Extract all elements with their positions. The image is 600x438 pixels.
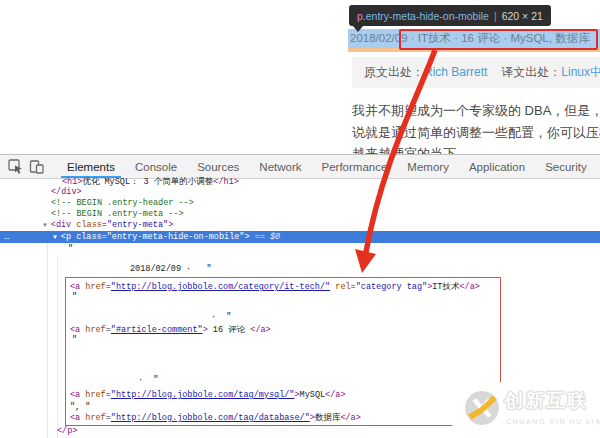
syntax-value: "entry-meta-hide-on-mobile" <box>107 232 245 242</box>
screenshot-root: 2018/02/09 · IT技术 · 16 评论 · MySQL, 数据库 p… <box>0 0 600 438</box>
tree-row-content: <!-- BEGIN .entry-meta --> <box>51 209 184 220</box>
tree-row-content: </p> <box>57 426 77 437</box>
tree-row[interactable]: </div> <box>0 187 600 198</box>
tooltip-pointer <box>353 26 363 32</box>
tree-row[interactable]: <!-- BEGIN .entry-meta --> <box>0 209 600 220</box>
syntax-tag: </h1> <box>213 177 239 187</box>
tree-row-content: 2018/02/09 · " <box>130 264 212 275</box>
syntax-tag: > <box>168 220 173 230</box>
syntax-value: "entry-meta" <box>107 220 168 230</box>
tree-row-content: " <box>68 244 73 255</box>
twisty-icon[interactable]: ▼ <box>53 234 61 241</box>
syntax-attr: class <box>76 232 102 242</box>
syntax-text: " <box>68 244 73 254</box>
annotation-box-code <box>65 277 501 426</box>
syntax-tag: <div <box>51 220 71 230</box>
syntax-comment: <!-- BEGIN .entry-meta --> <box>51 209 184 219</box>
tree-row[interactable]: ▼ <div class="entry-meta"> <box>0 220 600 231</box>
syntax-tag: > <box>244 232 249 242</box>
syntax-text: 2018/02/09 · " <box>130 264 212 274</box>
syntax-tag: </p> <box>57 426 77 436</box>
syntax-comment: <!-- BEGIN .entry-header --> <box>51 198 194 208</box>
selected-node-hint: == $0 <box>250 232 281 242</box>
tree-row-content: ▼ <p class="entry-meta-hide-on-mobile"> … <box>53 231 280 244</box>
inspect-tooltip: p.entry-meta-hide-on-mobile | 620 × 21 <box>349 5 551 26</box>
annotation-box-meta <box>399 29 598 50</box>
syntax-tag: </div> <box>51 187 82 197</box>
twisty-icon[interactable]: ▼ <box>43 222 51 229</box>
elements-tree: <h1>优化 MySQL： 3 个简单的小调整</h1></div><!-- B… <box>0 0 600 438</box>
tree-row-content: ▼ <div class="entry-meta"> <box>43 220 173 231</box>
tree-row[interactable]: <!-- BEGIN .entry-header --> <box>0 198 600 209</box>
tooltip-dimensions: 620 × 21 <box>502 10 543 22</box>
watermark: 创新互联 CHUANG XIN HU LIAN <box>452 382 600 438</box>
selected-tree-row[interactable]: …▼ <p class="entry-meta-hide-on-mobile">… <box>0 231 600 243</box>
tooltip-separator: | <box>494 10 497 22</box>
syntax-attr: class <box>76 220 102 230</box>
tree-row[interactable]: " <box>0 244 600 255</box>
tooltip-class-name: .entry-meta-hide-on-mobile <box>363 10 489 22</box>
watermark-logo-icon <box>464 390 500 426</box>
syntax-tag: <h1> <box>62 177 82 187</box>
tree-row-content: <!-- BEGIN .entry-header --> <box>51 198 194 209</box>
tree-row[interactable]: 2018/02/09 · " <box>0 264 600 275</box>
syntax-text: 优化 MySQL： 3 个简单的小调整 <box>82 177 213 187</box>
tree-row-content: </div> <box>51 187 82 198</box>
watermark-subtitle: CHUANG XIN HU LIAN <box>506 418 600 425</box>
watermark-title: 创新互联 <box>504 388 588 414</box>
row-overflow-dots[interactable]: … <box>4 231 9 243</box>
syntax-tag: <p <box>61 232 71 242</box>
